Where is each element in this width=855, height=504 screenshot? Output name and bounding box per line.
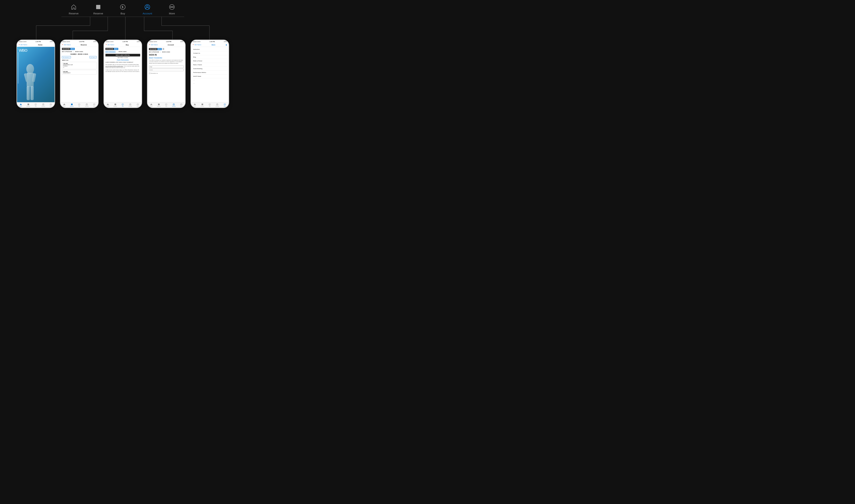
tab3-home[interactable]: Home xyxy=(104,103,111,107)
phone3-time: 1:20 PM xyxy=(122,41,128,42)
nav-account[interactable]: Account xyxy=(140,3,154,15)
menu-contact-us[interactable]: Contact Us xyxy=(191,51,229,55)
tab4-account[interactable]: Account xyxy=(170,103,177,107)
menu-refer-friend[interactable]: Refer a Friend xyxy=(191,59,229,63)
phone2-right: 100% xyxy=(93,41,96,42)
tab5-buy[interactable]: $ Buy xyxy=(206,103,214,107)
tab3-reserve[interactable]: Reserve xyxy=(111,103,119,107)
pin2-icon: 📍 xyxy=(62,44,64,46)
tab5-more[interactable]: More xyxy=(221,103,229,107)
tab-more[interactable]: More xyxy=(47,103,55,107)
by-class-filter[interactable]: By Class ▾ xyxy=(89,56,97,58)
tab5-account[interactable]: Account xyxy=(213,103,221,107)
phone3-battery: 100% xyxy=(137,41,140,42)
remember-me-checkbox[interactable] xyxy=(149,73,150,74)
tab3-more[interactable]: More xyxy=(134,103,142,107)
nav-more[interactable]: More xyxy=(165,3,179,15)
password-input[interactable] xyxy=(149,69,184,71)
svg-point-8 xyxy=(173,7,174,7)
phone2-screen-title: DUMBO - BOOK A BAG xyxy=(62,53,97,55)
tab2-buy[interactable]: $ Buy xyxy=(75,103,83,107)
phone4-nav-bar: 📍 SBX Flatiron Account xyxy=(147,43,185,47)
tab-account[interactable]: Account xyxy=(39,103,47,107)
phone4-time: 1:20 PM xyxy=(166,41,171,42)
book-bag-link[interactable]: BOOK A BAG xyxy=(75,51,83,52)
svg-point-22 xyxy=(26,64,34,74)
menu-dash-1: — xyxy=(191,78,229,82)
buy-pkg4-link[interactable]: BUY A PACKAGE xyxy=(149,51,159,53)
flex-sub1: ALWAYS RUNNING LATE? HAVE A CRAZY SCHEDU… xyxy=(105,61,140,63)
phone1-right: 100% xyxy=(50,41,53,42)
flex-body-text: Flex packages offer an extra grace perio… xyxy=(105,64,140,69)
tab4-reserve[interactable]: Reserve xyxy=(155,103,163,107)
tab-reserve[interactable]: Reserve xyxy=(24,103,32,107)
menu-blog[interactable]: Blog xyxy=(191,55,229,59)
tab4-buy-label: Buy xyxy=(165,106,167,107)
svg-rect-0 xyxy=(96,5,100,9)
phone3-inner: SHADOW BOX BUY A PACKAGE | BOOK A BAG NE… xyxy=(104,47,142,73)
phone2-time: 1:20 PM xyxy=(79,41,84,42)
tab4-buy[interactable]: $ Buy xyxy=(163,103,170,107)
shadow-text: SHADOW xyxy=(62,48,70,50)
tab5-reserve[interactable]: Reserve xyxy=(198,103,206,107)
hamburger-icon[interactable]: ☰ xyxy=(162,48,164,50)
shadow3-text: SHADOW xyxy=(105,48,114,50)
menu-shop-retail[interactable]: SHOP Retail xyxy=(191,74,229,78)
phone2-location-text: SBX Flatiron xyxy=(64,44,71,46)
tab3-account-label: Account xyxy=(128,106,132,107)
tab2-more[interactable]: More xyxy=(90,103,98,107)
tab2-reserve[interactable]: Reserve xyxy=(68,103,75,107)
dollar-icon: $ xyxy=(119,3,127,11)
tab5-account-label: Account xyxy=(215,106,219,107)
dropdown-arrow2: ▾ xyxy=(95,57,95,58)
phone3-nav-bar: 📍 SBX Flatiron Buy xyxy=(104,43,142,47)
menu-performance-metrics[interactable]: Performance Metrics xyxy=(191,71,229,74)
tab5-home[interactable]: Home xyxy=(191,103,198,107)
tab4-home[interactable]: Home xyxy=(147,103,155,107)
phone-reserve: ●●●●● Carrier 1:20 PM 100% 📍 SBX Flatiro… xyxy=(60,40,99,108)
book-bag4-link[interactable]: BOOK A BAG xyxy=(162,51,170,53)
phone2-status-bar: ●●●●● Carrier 1:20 PM 100% xyxy=(60,40,98,43)
username-input[interactable] xyxy=(149,66,184,68)
nav-buy[interactable]: $ Buy xyxy=(116,3,130,15)
tab-more-label: More xyxy=(50,106,52,107)
nav-reserve1[interactable]: Reserve xyxy=(67,3,81,15)
phone5-profile-icon[interactable]: ◉ xyxy=(226,44,227,46)
svg-text:$: $ xyxy=(122,104,123,105)
svg-point-7 xyxy=(172,7,172,7)
tab4-more[interactable]: More xyxy=(177,103,185,107)
phone5-time: 1:20 PM xyxy=(209,41,215,42)
svg-rect-28 xyxy=(28,104,29,105)
phone3-right: 100% xyxy=(137,41,140,42)
menu-instructors[interactable]: Instructors xyxy=(191,48,229,51)
tab3-buy[interactable]: $ Buy xyxy=(119,103,127,107)
class-card-2[interactable]: 9:30 AM SHADOWBOX xyxy=(62,70,97,74)
class-card-1[interactable]: 7:00 AM SHADOWBOX 8AF Christina 45 xyxy=(62,62,97,69)
tab3-account[interactable]: Account xyxy=(126,103,134,107)
boxer-figure xyxy=(18,58,42,102)
phone2-inner: SHADOW BOX BUY A PACKAGE | BOOK A BAG DU… xyxy=(60,47,98,76)
menu-rate-trainer[interactable]: Rate a Trainer xyxy=(191,63,229,67)
phone3-tab-bar: Home Reserve $ Buy Account More xyxy=(104,102,142,107)
class1-instructor: Christina xyxy=(63,66,95,67)
tab2-home[interactable]: Home xyxy=(60,103,68,107)
tab2-account[interactable]: Account xyxy=(83,103,90,107)
svg-point-59 xyxy=(174,104,174,105)
tab-home[interactable]: Home xyxy=(17,103,24,107)
book-bag3-link[interactable]: BOOK A BAG xyxy=(119,51,126,53)
phone3-location-text: SBX Flatiron xyxy=(107,44,114,46)
phone4-location: 📍 SBX Flatiron xyxy=(149,44,158,46)
tab5-reserve-label: Reserve xyxy=(200,106,204,107)
nav-reserve2[interactable]: Reserve xyxy=(91,3,105,15)
phone1-location-text: SBX Flatiron xyxy=(20,44,27,46)
tab-buy[interactable]: $ Buy xyxy=(32,103,40,107)
buy-pkg3-link[interactable]: BUY A PACKAGE xyxy=(105,51,116,53)
box4-text: BOX xyxy=(157,48,162,50)
menu-guest-booking[interactable]: Guest Booking xyxy=(191,67,229,71)
phone1-content: WBO xyxy=(17,47,55,102)
buy-pkg-link[interactable]: BUY A PACKAGE xyxy=(62,51,72,52)
phones-row: ●●●●● Carrier 1:20 PM 100% 📍 SBX Flatiro… xyxy=(0,40,246,115)
by-instructor-filter[interactable]: By Instructor ▾ xyxy=(62,56,71,58)
class1-name: SHADOWBOX 8AF xyxy=(63,64,95,66)
pin4-icon: 📍 xyxy=(149,44,151,46)
